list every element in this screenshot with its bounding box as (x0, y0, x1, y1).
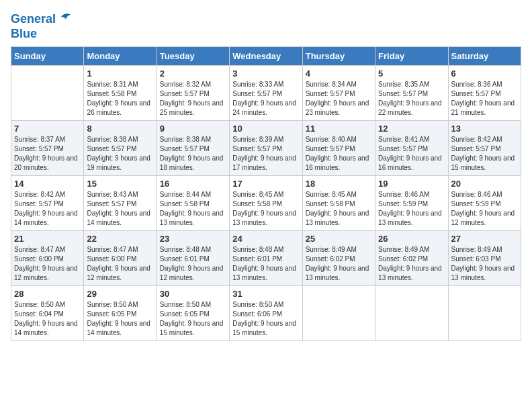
calendar-header-row: SundayMondayTuesdayWednesdayThursdayFrid… (11, 47, 521, 66)
daylight-label: Daylight: 9 hours and 13 minutes. (378, 265, 442, 281)
day-number: 12 (378, 124, 445, 134)
daylight-label: Daylight: 9 hours and 13 minutes. (232, 265, 296, 281)
day-number: 31 (232, 289, 299, 299)
sunset-label: Sunset: 6:01 PM (160, 255, 210, 263)
daylight-label: Daylight: 9 hours and 12 minutes. (87, 265, 150, 281)
sunset-label: Sunset: 5:57 PM (160, 145, 210, 152)
calendar-cell: 13Sunrise: 8:42 AMSunset: 5:57 PMDayligh… (448, 121, 521, 176)
day-info: Sunrise: 8:50 AMSunset: 6:05 PMDaylight:… (87, 300, 153, 338)
page-header: General Blue (11, 11, 521, 41)
daylight-label: Daylight: 9 hours and 14 minutes. (87, 320, 150, 336)
calendar-cell: 24Sunrise: 8:48 AMSunset: 6:01 PMDayligh… (230, 231, 302, 286)
calendar-week-row: 1Sunrise: 8:31 AMSunset: 5:58 PMDaylight… (11, 66, 521, 121)
day-info: Sunrise: 8:31 AMSunset: 5:58 PMDaylight:… (87, 80, 153, 118)
day-info: Sunrise: 8:50 AMSunset: 6:04 PMDaylight:… (14, 300, 81, 338)
day-info: Sunrise: 8:50 AMSunset: 6:06 PMDaylight:… (232, 300, 299, 338)
calendar-cell: 27Sunrise: 8:49 AMSunset: 6:03 PMDayligh… (448, 231, 521, 286)
sunset-label: Sunset: 5:57 PM (160, 90, 210, 97)
day-number: 9 (160, 124, 226, 134)
calendar-week-row: 21Sunrise: 8:47 AMSunset: 6:00 PMDayligh… (11, 231, 521, 286)
sunrise-label: Sunrise: 8:50 AM (14, 301, 65, 308)
day-info: Sunrise: 8:50 AMSunset: 6:05 PMDaylight:… (160, 300, 226, 338)
day-number: 7 (14, 124, 81, 134)
day-info: Sunrise: 8:47 AMSunset: 6:00 PMDaylight:… (14, 245, 81, 283)
daylight-label: Daylight: 9 hours and 22 minutes. (378, 99, 442, 116)
day-number: 19 (378, 179, 445, 189)
sunrise-label: Sunrise: 8:49 AM (306, 246, 357, 253)
sunset-label: Sunset: 5:57 PM (232, 145, 282, 152)
day-info: Sunrise: 8:49 AMSunset: 6:02 PMDaylight:… (378, 245, 445, 283)
day-number: 3 (232, 68, 299, 79)
sunset-label: Sunset: 5:57 PM (87, 200, 136, 208)
sunset-label: Sunset: 5:58 PM (87, 90, 136, 97)
day-number: 10 (232, 124, 299, 134)
sunset-label: Sunset: 5:59 PM (451, 200, 501, 208)
calendar-week-row: 28Sunrise: 8:50 AMSunset: 6:04 PMDayligh… (11, 286, 521, 341)
daylight-label: Daylight: 9 hours and 14 minutes. (14, 210, 78, 226)
day-info: Sunrise: 8:38 AMSunset: 5:57 PMDaylight:… (87, 135, 153, 173)
calendar-cell: 2Sunrise: 8:32 AMSunset: 5:57 PMDaylight… (157, 66, 229, 121)
calendar-cell: 6Sunrise: 8:36 AMSunset: 5:57 PMDaylight… (448, 66, 521, 121)
sunrise-label: Sunrise: 8:38 AM (160, 136, 211, 143)
day-info: Sunrise: 8:47 AMSunset: 6:00 PMDaylight:… (87, 245, 153, 283)
sunset-label: Sunset: 5:57 PM (378, 90, 428, 97)
day-info: Sunrise: 8:46 AMSunset: 5:59 PMDaylight:… (451, 190, 518, 228)
day-info: Sunrise: 8:41 AMSunset: 5:57 PMDaylight:… (378, 135, 445, 173)
day-info: Sunrise: 8:33 AMSunset: 5:57 PMDaylight:… (232, 80, 299, 118)
calendar-cell: 16Sunrise: 8:44 AMSunset: 5:58 PMDayligh… (157, 176, 229, 231)
sunrise-label: Sunrise: 8:49 AM (378, 246, 429, 253)
day-number: 17 (232, 179, 299, 189)
day-number: 4 (306, 68, 372, 79)
calendar-cell: 21Sunrise: 8:47 AMSunset: 6:00 PMDayligh… (11, 231, 84, 286)
sunrise-label: Sunrise: 8:45 AM (306, 191, 357, 198)
logo-general: General (11, 12, 56, 26)
sunset-label: Sunset: 5:59 PM (378, 200, 428, 208)
header-friday: Friday (375, 47, 448, 66)
logo: General Blue (11, 11, 72, 41)
calendar-cell: 28Sunrise: 8:50 AMSunset: 6:04 PMDayligh… (11, 286, 84, 341)
day-info: Sunrise: 8:48 AMSunset: 6:01 PMDaylight:… (232, 245, 299, 283)
sunrise-label: Sunrise: 8:44 AM (160, 191, 211, 198)
calendar-cell: 5Sunrise: 8:35 AMSunset: 5:57 PMDaylight… (375, 66, 448, 121)
day-info: Sunrise: 8:36 AMSunset: 5:57 PMDaylight:… (451, 80, 518, 118)
day-number: 24 (232, 234, 299, 244)
sunrise-label: Sunrise: 8:32 AM (160, 81, 211, 88)
calendar-cell: 31Sunrise: 8:50 AMSunset: 6:06 PMDayligh… (230, 286, 302, 341)
sunrise-label: Sunrise: 8:33 AM (232, 81, 283, 88)
daylight-label: Daylight: 9 hours and 23 minutes. (306, 99, 369, 116)
day-info: Sunrise: 8:43 AMSunset: 5:57 PMDaylight:… (87, 190, 153, 228)
sunrise-label: Sunrise: 8:50 AM (87, 301, 138, 308)
calendar-cell (448, 286, 521, 341)
calendar-cell: 9Sunrise: 8:38 AMSunset: 5:57 PMDaylight… (157, 121, 229, 176)
calendar-cell: 4Sunrise: 8:34 AMSunset: 5:57 PMDaylight… (302, 66, 375, 121)
sunrise-label: Sunrise: 8:34 AM (306, 81, 357, 88)
sunrise-label: Sunrise: 8:38 AM (87, 136, 138, 143)
day-number: 20 (451, 179, 518, 189)
daylight-label: Daylight: 9 hours and 13 minutes. (232, 210, 296, 226)
calendar-cell: 7Sunrise: 8:37 AMSunset: 5:57 PMDaylight… (11, 121, 84, 176)
day-info: Sunrise: 8:35 AMSunset: 5:57 PMDaylight:… (378, 80, 445, 118)
sunrise-label: Sunrise: 8:42 AM (451, 136, 502, 143)
sunrise-label: Sunrise: 8:43 AM (87, 191, 138, 198)
day-number: 16 (160, 179, 226, 189)
day-number: 26 (378, 234, 445, 244)
sunset-label: Sunset: 5:57 PM (87, 145, 136, 152)
sunset-label: Sunset: 6:00 PM (87, 255, 136, 263)
sunrise-label: Sunrise: 8:50 AM (160, 301, 211, 308)
sunset-label: Sunset: 6:04 PM (14, 310, 64, 318)
daylight-label: Daylight: 9 hours and 13 minutes. (306, 210, 369, 226)
daylight-label: Daylight: 9 hours and 12 minutes. (14, 265, 78, 281)
day-number: 25 (306, 234, 372, 244)
sunset-label: Sunset: 6:03 PM (451, 255, 501, 263)
sunset-label: Sunset: 5:58 PM (232, 200, 282, 208)
daylight-label: Daylight: 9 hours and 26 minutes. (87, 99, 150, 116)
day-info: Sunrise: 8:42 AMSunset: 5:57 PMDaylight:… (14, 190, 81, 228)
calendar-cell: 14Sunrise: 8:42 AMSunset: 5:57 PMDayligh… (11, 176, 84, 231)
sunrise-label: Sunrise: 8:36 AM (451, 81, 502, 88)
sunrise-label: Sunrise: 8:37 AM (14, 136, 65, 143)
calendar-week-row: 14Sunrise: 8:42 AMSunset: 5:57 PMDayligh… (11, 176, 521, 231)
calendar-cell: 10Sunrise: 8:39 AMSunset: 5:57 PMDayligh… (230, 121, 302, 176)
calendar-cell: 26Sunrise: 8:49 AMSunset: 6:02 PMDayligh… (375, 231, 448, 286)
sunrise-label: Sunrise: 8:42 AM (14, 191, 65, 198)
daylight-label: Daylight: 9 hours and 12 minutes. (160, 265, 224, 281)
